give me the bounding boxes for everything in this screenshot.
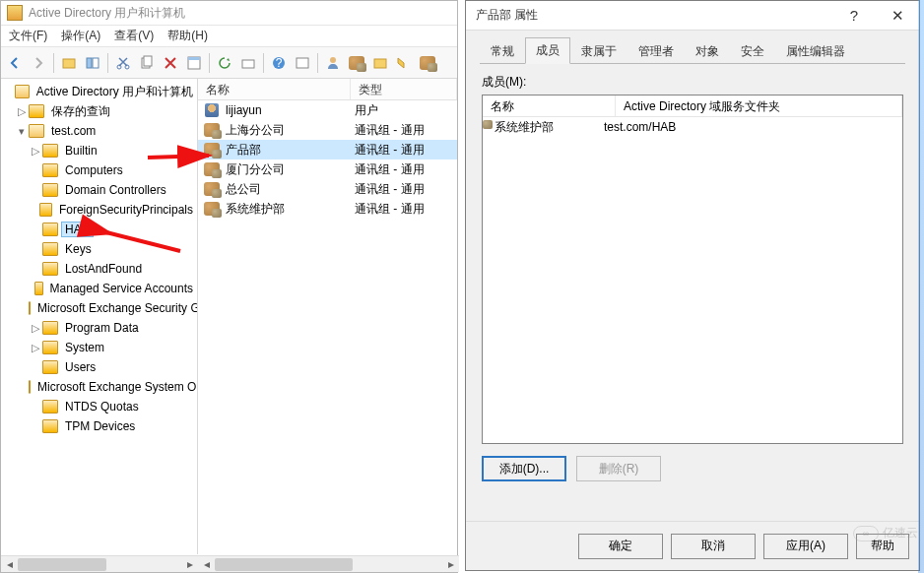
svg-rect-2 [93, 58, 99, 68]
folder-icon [42, 223, 58, 236]
cut-button[interactable] [112, 52, 134, 74]
scroll-left-button[interactable]: ◂ [198, 556, 215, 573]
dialog-help-button[interactable]: 帮助 [856, 534, 909, 559]
folder-icon [42, 360, 58, 374]
folder-icon [42, 242, 58, 256]
members-col-folder[interactable]: Active Directory 域服务文件夹 [616, 96, 902, 116]
list-row[interactable]: 总公司通讯组 - 通用 [198, 179, 457, 199]
app-icon [15, 85, 29, 98]
tree-node[interactable]: Microsoft Exchange System Objects [1, 377, 197, 397]
tree-domain[interactable]: ▾ test.com [1, 121, 197, 141]
menu-action[interactable]: 操作(A) [61, 28, 100, 44]
tree-pane[interactable]: Active Directory 用户和计算机 ▷ 保存的查询 ▾ test.c… [1, 79, 198, 554]
tab-members[interactable]: 成员 [525, 37, 570, 64]
add-button[interactable]: 添加(D)... [482, 456, 566, 481]
nav-forward-button[interactable] [28, 52, 49, 74]
tab-security[interactable]: 安全 [730, 38, 775, 64]
expand-icon[interactable]: ▷ [29, 145, 42, 158]
group-icon [202, 181, 222, 197]
menu-view[interactable]: 查看(V) [114, 28, 154, 44]
tree-node[interactable]: ▷Builtin [1, 141, 197, 160]
tree-node[interactable]: LostAndFound [1, 259, 197, 279]
copy-button[interactable] [136, 52, 158, 74]
new-group-button[interactable] [346, 52, 367, 74]
ok-button[interactable]: 确定 [578, 534, 663, 559]
list-cell-type: 通讯组 - 通用 [355, 122, 425, 139]
help-button[interactable]: ? [268, 52, 290, 74]
members-col-name[interactable]: 名称 [483, 96, 616, 116]
list-row[interactable]: 上海分公司通讯组 - 通用 [198, 120, 457, 140]
scroll-thumb[interactable] [18, 558, 106, 571]
dialog-titlebar[interactable]: 产品部 属性 ? ✕ [466, 1, 919, 31]
list-cell-name: 产品部 [226, 142, 355, 159]
cancel-button[interactable]: 取消 [671, 534, 756, 559]
members-list[interactable]: 名称 Active Directory 域服务文件夹 系统维护部test.com… [482, 95, 903, 444]
up-button[interactable] [58, 52, 80, 74]
scroll-right-button[interactable]: ▸ [442, 556, 459, 573]
tree-node[interactable]: TPM Devices [1, 416, 197, 436]
folder-icon [34, 282, 42, 295]
tree-label: Computers [61, 163, 127, 177]
tree-label: HAB [61, 222, 94, 237]
list-row[interactable]: 产品部通讯组 - 通用 [198, 140, 457, 159]
collapse-icon[interactable]: ▾ [15, 125, 29, 138]
tab-memberof[interactable]: 隶属于 [570, 38, 627, 64]
add-to-group-button[interactable] [417, 52, 438, 74]
delete-button[interactable] [160, 52, 181, 74]
tree-root[interactable]: Active Directory 用户和计算机 [1, 82, 197, 101]
tree-node[interactable]: NTDS Quotas [1, 397, 197, 416]
tab-managedby[interactable]: 管理者 [627, 38, 685, 64]
expand-icon[interactable]: ▷ [29, 322, 42, 335]
menu-file[interactable]: 文件(F) [9, 28, 47, 44]
list-row[interactable]: lijiayun用户 [198, 100, 457, 120]
scroll-right-button[interactable]: ▸ [181, 556, 198, 573]
scroll-thumb[interactable] [215, 558, 353, 571]
find-button[interactable] [393, 52, 415, 74]
tree-node[interactable]: Microsoft Exchange Security Groups [1, 298, 197, 318]
tree-node[interactable]: Computers [1, 160, 197, 180]
tab-general[interactable]: 常规 [480, 38, 525, 64]
list-cell-type: 用户 [355, 102, 378, 119]
list-scrollbar-h[interactable]: ◂ ▸ [198, 555, 459, 572]
filter-button[interactable] [292, 52, 313, 74]
new-ou-button[interactable] [369, 52, 391, 74]
tree-saved-queries[interactable]: ▷ 保存的查询 [1, 101, 197, 121]
tab-attreditor[interactable]: 属性编辑器 [775, 38, 856, 64]
tree-label: System [61, 341, 108, 354]
refresh-button[interactable] [214, 52, 235, 74]
members-buttons: 添加(D)... 删除(R) [482, 456, 903, 481]
list-pane[interactable]: 名称 类型 lijiayun用户上海分公司通讯组 - 通用产品部通讯组 - 通用… [198, 79, 457, 554]
tree-node[interactable]: Managed Service Accounts [1, 279, 197, 298]
tree-label: Builtin [61, 144, 101, 158]
new-user-button[interactable] [322, 52, 344, 74]
properties-button[interactable] [183, 52, 205, 74]
list-col-type[interactable]: 类型 [351, 79, 457, 99]
expand-icon[interactable]: ▷ [29, 342, 42, 354]
group-icon [349, 56, 364, 70]
tree-node[interactable]: Domain Controllers [1, 180, 197, 200]
members-row[interactable]: 系统维护部test.com/HAB [483, 117, 902, 137]
list-col-name[interactable]: 名称 [198, 79, 351, 99]
close-button[interactable]: ✕ [876, 2, 919, 30]
nav-back-button[interactable] [4, 52, 26, 74]
tree-node[interactable]: Users [1, 357, 197, 377]
export-button[interactable] [237, 52, 259, 74]
tab-object[interactable]: 对象 [685, 38, 730, 64]
apply-button[interactable]: 应用(A) [763, 534, 848, 559]
tree-node[interactable]: ▷System [1, 338, 197, 357]
scroll-left-button[interactable]: ◂ [1, 556, 18, 573]
menu-help[interactable]: 帮助(H) [167, 28, 208, 44]
group-icon [202, 161, 222, 177]
tree-scrollbar-h[interactable]: ◂ ▸ [1, 555, 198, 572]
expand-icon[interactable]: ▷ [15, 105, 29, 118]
list-row[interactable]: 系统维护部通讯组 - 通用 [198, 199, 457, 219]
tree-node[interactable]: Keys [1, 239, 197, 259]
tree-label: LostAndFound [61, 262, 146, 276]
help-button[interactable]: ? [832, 2, 876, 30]
list-row[interactable]: 厦门分公司通讯组 - 通用 [198, 159, 457, 179]
tree-node[interactable]: ForeignSecurityPrincipals [1, 200, 197, 220]
show-hide-tree-button[interactable] [82, 52, 103, 74]
folder-icon [29, 301, 31, 315]
tree-node[interactable]: HAB [1, 220, 197, 239]
tree-node[interactable]: ▷Program Data [1, 318, 197, 338]
